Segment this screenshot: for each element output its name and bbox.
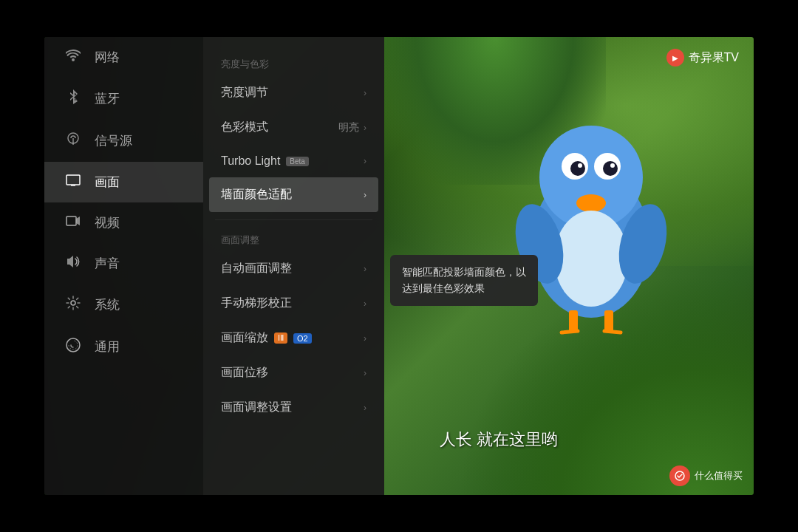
system-icon (65, 296, 81, 314)
svg-rect-12 (569, 310, 578, 332)
menu-item-turbo-light[interactable]: Turbo Light Beta › (203, 145, 384, 177)
turbo-light-label: Turbo Light (221, 154, 280, 168)
svg-rect-18 (66, 175, 80, 185)
watermark: 什么值得买 (669, 466, 743, 486)
wifi-icon (65, 50, 81, 65)
menu-divider (215, 219, 372, 220)
main-screen: ▶ 奇异果TV 人长 就在这里哟 网络 蓝牙 (44, 37, 754, 495)
brightness-chevron: › (364, 88, 366, 98)
sidebar-label-video: 视频 (95, 214, 120, 231)
brightness-label: 亮度调节 (221, 85, 268, 100)
zoom-chevron: › (364, 333, 366, 344)
auto-adjust-chevron: › (364, 264, 366, 274)
beta-badge: Beta (286, 157, 309, 166)
logo-text: 奇异果TV (689, 50, 739, 66)
bird-character (488, 74, 695, 369)
menu-item-auto-adjust[interactable]: 自动画面调整 › (203, 251, 384, 286)
svg-point-2 (576, 194, 606, 212)
color-mode-chevron: › (364, 123, 366, 133)
svg-rect-13 (604, 310, 613, 332)
svg-point-5 (570, 161, 585, 176)
sidebar: 网络 蓝牙 信号源 (44, 37, 203, 495)
tv-logo: ▶ 奇异果TV (666, 49, 739, 66)
color-mode-value: 明亮 (338, 121, 359, 134)
video-icon (65, 215, 81, 231)
zoom-label: 画面缩放 (221, 330, 268, 346)
menu-item-position[interactable]: 画面位移 › (203, 355, 384, 390)
svg-point-8 (610, 163, 615, 168)
manual-keystone-label: 手动梯形校正 (221, 296, 292, 311)
color-mode-left: 色彩模式 (221, 120, 268, 135)
sidebar-label-network: 网络 (95, 49, 120, 66)
turbo-light-chevron: › (364, 156, 366, 166)
tooltip-box: 智能匹配投影墙面颜色，以达到最佳色彩效果 (390, 255, 538, 306)
zoom-badge-orange: IⅡ (274, 332, 287, 344)
general-icon (65, 338, 81, 356)
zoom-badge-blue: O2 (293, 333, 312, 344)
sidebar-label-signal: 信号源 (95, 132, 132, 149)
manual-keystone-chevron: › (364, 299, 366, 309)
watermark-text: 什么值得买 (695, 469, 743, 482)
auto-adjust-label: 自动画面调整 (221, 261, 292, 276)
wall-color-label: 墙面颜色适配 (221, 187, 292, 202)
svg-point-21 (71, 301, 75, 305)
menu-item-adjust-settings[interactable]: 画面调整设置 › (203, 390, 384, 425)
menu-item-wall-color[interactable]: 墙面颜色适配 › (209, 177, 378, 212)
menu-panel: 亮度与色彩 亮度调节 › 色彩模式 明亮 › Turbo Light Beta … (203, 37, 384, 495)
menu-item-color-mode[interactable]: 色彩模式 明亮 › (203, 110, 384, 145)
adjust-settings-label: 画面调整设置 (221, 400, 292, 415)
sidebar-item-system[interactable]: 系统 (44, 284, 203, 326)
bluetooth-icon (65, 89, 81, 108)
svg-point-7 (578, 163, 582, 168)
audio-icon (65, 255, 81, 272)
sidebar-item-video[interactable]: 视频 (44, 202, 203, 243)
svg-point-6 (603, 161, 618, 176)
sidebar-label-audio: 声音 (95, 255, 120, 272)
svg-line-14 (562, 331, 578, 332)
section2-label: 画面调整 (203, 228, 384, 251)
sidebar-item-general[interactable]: 通用 (44, 326, 203, 368)
display-icon (65, 174, 81, 190)
signal-icon (65, 132, 81, 150)
tooltip-text: 智能匹配投影墙面颜色，以达到最佳色彩效果 (402, 266, 526, 294)
sidebar-label-general: 通用 (95, 338, 120, 355)
menu-item-brightness[interactable]: 亮度调节 › (203, 75, 384, 110)
adjust-settings-chevron: › (364, 403, 366, 413)
svg-rect-20 (66, 216, 76, 225)
menu-item-zoom[interactable]: 画面缩放 IⅡ O2 › (203, 321, 384, 355)
logo-icon: ▶ (666, 49, 684, 66)
zoom-left: 画面缩放 IⅡ O2 (221, 330, 312, 346)
svg-point-9 (554, 211, 628, 307)
sidebar-label-system: 系统 (95, 296, 120, 313)
svg-line-15 (604, 331, 621, 332)
watermark-icon (669, 466, 690, 486)
sidebar-item-bluetooth[interactable]: 蓝牙 (44, 78, 203, 120)
sidebar-item-display[interactable]: 画面 (44, 162, 203, 202)
position-chevron: › (364, 368, 366, 378)
position-label: 画面位移 (221, 365, 268, 381)
color-mode-right: 明亮 › (338, 121, 366, 134)
sidebar-label-bluetooth: 蓝牙 (95, 90, 120, 107)
sidebar-item-network[interactable]: 网络 (44, 37, 203, 78)
color-mode-label: 色彩模式 (221, 120, 268, 135)
sidebar-item-audio[interactable]: 声音 (44, 243, 203, 284)
sidebar-label-display: 画面 (95, 174, 120, 191)
sidebar-item-signal[interactable]: 信号源 (44, 120, 203, 162)
section1-label: 亮度与色彩 (203, 52, 384, 75)
menu-item-manual-keystone[interactable]: 手动梯形校正 › (203, 286, 384, 321)
turbo-light-left: Turbo Light Beta (221, 154, 309, 168)
wall-color-chevron: › (364, 190, 366, 200)
